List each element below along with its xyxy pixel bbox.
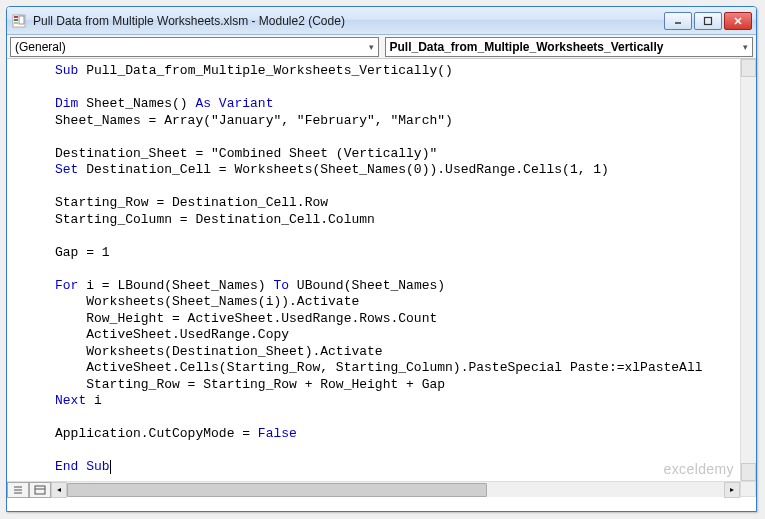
svg-rect-6 — [705, 17, 712, 24]
code-line: Sheet_Names = Array("January", "February… — [11, 113, 740, 130]
vertical-scrollbar[interactable] — [740, 59, 756, 481]
code-window: Pull Data from Multiple Worksheets.xlsm … — [6, 6, 757, 512]
object-dropdown[interactable]: (General) ▾ — [10, 37, 379, 57]
code-line: Worksheets(Sheet_Names(i)).Activate — [11, 294, 740, 311]
code-line: Worksheets(Destination_Sheet).Activate — [11, 344, 740, 361]
code-line — [11, 129, 740, 146]
minimize-button[interactable] — [664, 12, 692, 30]
svg-rect-1 — [14, 16, 18, 18]
full-module-view-button[interactable] — [29, 482, 51, 498]
scroll-left-icon[interactable]: ◂ — [51, 482, 67, 498]
code-line: Set Destination_Cell = Worksheets(Sheet_… — [11, 162, 740, 179]
procedure-view-button[interactable] — [7, 482, 29, 498]
code-line: End Sub — [11, 459, 740, 476]
scroll-right-icon[interactable]: ▸ — [724, 482, 740, 498]
code-line — [11, 410, 740, 427]
procedure-dropdown[interactable]: Pull_Data_from_Multiple_Worksheets_Verti… — [385, 37, 754, 57]
window-title: Pull Data from Multiple Worksheets.xlsm … — [33, 14, 664, 28]
code-line — [11, 80, 740, 97]
code-line: Application.CutCopyMode = False — [11, 426, 740, 443]
dropdown-row: (General) ▾ Pull_Data_from_Multiple_Work… — [7, 35, 756, 59]
code-line: Destination_Sheet = "Combined Sheet (Ver… — [11, 146, 740, 163]
code-line: Gap = 1 — [11, 245, 740, 262]
code-line: Row_Height = ActiveSheet.UsedRange.Rows.… — [11, 311, 740, 328]
code-line: Starting_Column = Destination_Cell.Colum… — [11, 212, 740, 229]
code-line — [11, 261, 740, 278]
titlebar[interactable]: Pull Data from Multiple Worksheets.xlsm … — [7, 7, 756, 35]
scroll-thumb[interactable] — [67, 483, 487, 497]
code-line — [11, 228, 740, 245]
code-line: ActiveSheet.UsedRange.Copy — [11, 327, 740, 344]
svg-rect-2 — [14, 19, 18, 21]
code-pane: Sub Pull_Data_from_Multiple_Worksheets_V… — [7, 59, 756, 511]
svg-rect-12 — [35, 486, 45, 494]
code-line: For i = LBound(Sheet_Names) To UBound(Sh… — [11, 278, 740, 295]
bottom-bar: ◂ ▸ — [7, 481, 740, 497]
object-dropdown-value: (General) — [15, 40, 66, 54]
scroll-corner — [740, 481, 756, 497]
chevron-down-icon: ▾ — [369, 42, 374, 52]
code-line: ActiveSheet.Cells(Starting_Row, Starting… — [11, 360, 740, 377]
app-icon — [11, 13, 27, 29]
code-line: Starting_Row = Destination_Cell.Row — [11, 195, 740, 212]
code-line — [11, 179, 740, 196]
code-line: Starting_Row = Starting_Row + Row_Height… — [11, 377, 740, 394]
chevron-down-icon: ▾ — [743, 42, 748, 52]
code-editor[interactable]: Sub Pull_Data_from_Multiple_Worksheets_V… — [7, 59, 740, 481]
window-controls — [664, 12, 752, 30]
maximize-button[interactable] — [694, 12, 722, 30]
code-line: Next i — [11, 393, 740, 410]
watermark: exceldemy — [663, 461, 734, 477]
horizontal-scrollbar[interactable]: ◂ ▸ — [51, 482, 740, 497]
code-line — [11, 443, 740, 460]
close-button[interactable] — [724, 12, 752, 30]
code-line: Dim Sheet_Names() As Variant — [11, 96, 740, 113]
procedure-dropdown-value: Pull_Data_from_Multiple_Worksheets_Verti… — [390, 40, 664, 54]
svg-rect-3 — [14, 22, 18, 24]
code-line: Sub Pull_Data_from_Multiple_Worksheets_V… — [11, 63, 740, 80]
